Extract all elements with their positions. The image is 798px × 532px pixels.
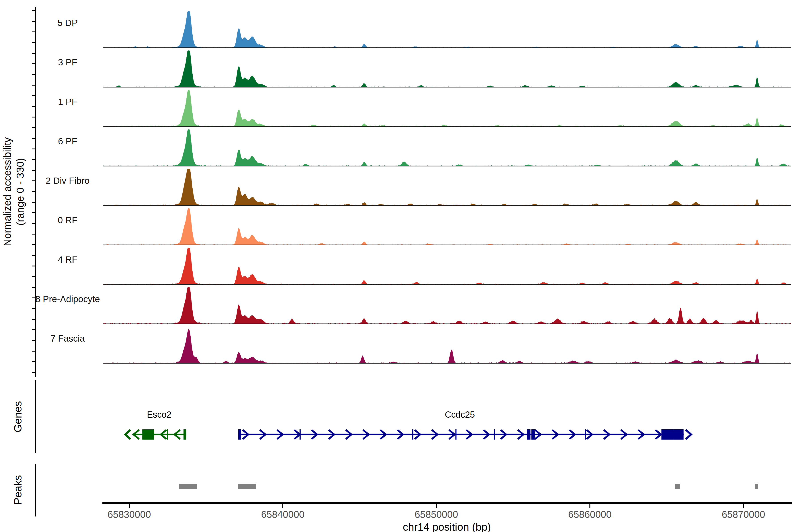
y-axis-label-line1: Normalized accessibility — [1, 137, 14, 246]
track-label: 5 DP — [57, 18, 78, 28]
peak-region-bar — [675, 484, 680, 489]
gene-exon — [531, 430, 535, 440]
x-axis-tick-label: 65850000 — [415, 509, 458, 520]
coverage-track-8 — [103, 287, 791, 324]
gene-exon — [300, 430, 301, 440]
track-label: 7 Fascia — [51, 334, 85, 344]
coverage-track-6 — [103, 208, 791, 245]
genes-panel-label: Genes — [12, 401, 24, 432]
track-label: 0 RF — [58, 215, 78, 225]
track-label: 2 Div Fibro — [46, 175, 90, 186]
y-axis-label: Normalized accessibility (range 0 - 330) — [1, 137, 26, 246]
track-label: 4 RF — [58, 254, 78, 265]
genome-browser-canvas — [0, 0, 798, 532]
track-label: 6 PF — [58, 136, 77, 147]
gene-name-label: Esco2 — [147, 410, 172, 420]
gene-exon — [527, 430, 530, 440]
track-label: 3 PF — [58, 57, 77, 68]
gene-exon — [142, 430, 154, 440]
coverage-track-1 — [103, 11, 791, 48]
coverage-track-3 — [103, 90, 791, 127]
gene-terminal-arrow-icon — [687, 431, 691, 438]
peak-region-bar — [179, 484, 197, 489]
genome-browser-figure: Normalized accessibility (range 0 - 330)… — [0, 0, 798, 532]
track-label: 1 PF — [58, 97, 77, 107]
x-axis-title: chr14 position (bp) — [403, 521, 491, 532]
x-axis-tick-label: 65860000 — [568, 509, 612, 520]
gene-exon — [167, 430, 168, 440]
gene-exon — [585, 430, 586, 440]
coverage-track-5 — [103, 169, 791, 206]
coverage-track-7 — [103, 248, 791, 284]
gene-exon — [412, 430, 413, 440]
gene-exon — [662, 430, 684, 440]
y-axis-label-line2: (range 0 - 330) — [14, 137, 26, 246]
x-axis-tick-label: 65870000 — [722, 509, 765, 520]
gene-name-label: Ccdc25 — [445, 410, 475, 420]
coverage-track-4 — [103, 130, 791, 166]
coverage-track-2 — [103, 51, 791, 87]
coverage-track-9 — [103, 329, 791, 363]
x-axis-tick-label: 65830000 — [108, 509, 151, 520]
peaks-panel-label: Peaks — [12, 475, 24, 505]
peak-region-bar — [238, 484, 256, 489]
x-axis-tick-label: 65840000 — [261, 509, 305, 520]
gene-terminal-arrow-icon — [125, 431, 130, 438]
gene-exon — [494, 430, 495, 440]
gene-exon — [238, 430, 241, 440]
gene-exon — [455, 430, 456, 440]
gene-exon — [184, 430, 186, 440]
track-label: 8 Pre-Adipocyte — [35, 294, 100, 304]
peak-region-bar — [755, 484, 758, 489]
